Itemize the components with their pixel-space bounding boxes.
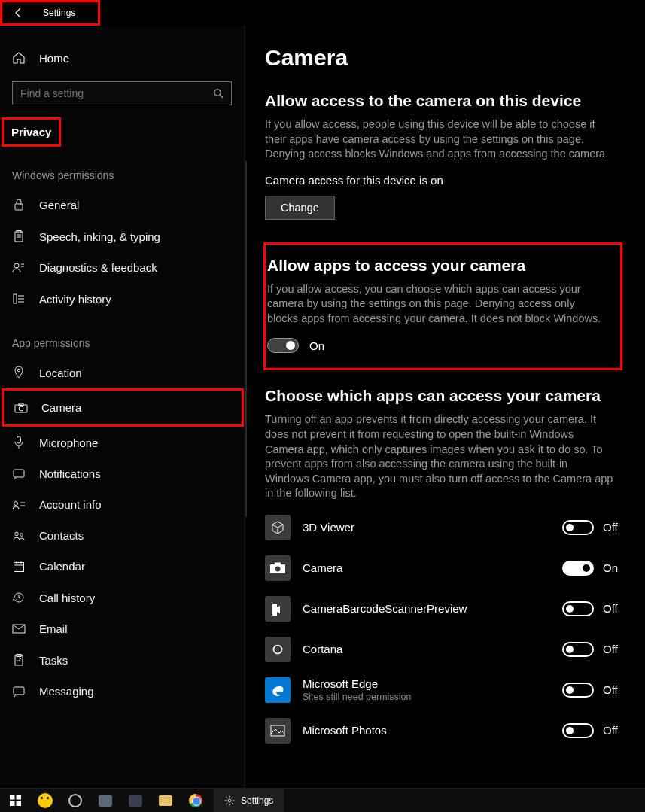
clipboard-icon bbox=[12, 230, 26, 243]
svg-point-7 bbox=[14, 263, 19, 268]
toggle-cortana[interactable] bbox=[562, 642, 594, 657]
calendar-icon bbox=[12, 561, 26, 573]
app-icon-edge bbox=[265, 677, 291, 703]
taskbar-app-chrome[interactable] bbox=[181, 789, 211, 813]
svg-point-23 bbox=[20, 533, 23, 536]
history-icon bbox=[12, 292, 26, 306]
nav-calendar[interactable]: Calendar bbox=[0, 551, 244, 582]
nav-notifications[interactable]: Notifications bbox=[0, 458, 244, 489]
section-allow-apps-title: Allow apps to access your camera bbox=[266, 257, 608, 275]
nav-location[interactable]: Location bbox=[0, 357, 244, 388]
account-icon bbox=[12, 500, 26, 510]
taskbar-app-2[interactable] bbox=[60, 789, 90, 813]
svg-rect-44 bbox=[16, 801, 21, 807]
svg-rect-43 bbox=[10, 801, 15, 807]
nav-account-info[interactable]: Account info bbox=[0, 489, 244, 520]
location-icon bbox=[12, 366, 26, 379]
feedback-icon bbox=[12, 262, 26, 274]
app-icon-3d-viewer bbox=[265, 515, 291, 540]
svg-point-14 bbox=[19, 406, 23, 411]
app-row-camera: Camera On bbox=[265, 555, 622, 581]
toggle-3d-viewer[interactable] bbox=[562, 520, 594, 535]
svg-line-29 bbox=[19, 598, 20, 598]
svg-rect-40 bbox=[271, 725, 284, 736]
sidebar-home[interactable]: Home bbox=[0, 44, 244, 72]
nav-email[interactable]: Email bbox=[0, 613, 244, 644]
app-row-cortana: Cortana Off bbox=[265, 637, 622, 662]
app-row-barcode: CameraBarcodeScannerPreview Off bbox=[265, 596, 622, 622]
svg-rect-38 bbox=[275, 562, 281, 564]
svg-point-19 bbox=[14, 501, 18, 505]
app-icon-camera bbox=[265, 555, 291, 581]
header-title: Settings bbox=[43, 8, 75, 18]
app-icon-barcode bbox=[265, 596, 291, 622]
svg-line-51 bbox=[232, 803, 233, 804]
search-field[interactable] bbox=[20, 87, 213, 99]
camera-device-status: Camera access for this device is on bbox=[265, 174, 622, 187]
taskbar-settings[interactable]: Settings bbox=[214, 789, 284, 813]
svg-rect-33 bbox=[14, 687, 24, 695]
svg-point-37 bbox=[275, 566, 281, 571]
toggle-camera[interactable] bbox=[562, 561, 594, 576]
section-allow-device-desc: If you allow access, people using this d… bbox=[265, 117, 615, 162]
section-allow-apps-highlight: Allow apps to access your camera If you … bbox=[263, 242, 622, 371]
svg-rect-42 bbox=[16, 795, 21, 800]
tasks-icon bbox=[12, 653, 26, 667]
search-input[interactable] bbox=[12, 81, 232, 105]
email-icon bbox=[12, 624, 26, 634]
lock-icon bbox=[12, 198, 26, 211]
svg-line-53 bbox=[232, 797, 233, 798]
svg-rect-24 bbox=[14, 562, 24, 571]
taskbar-app-3[interactable] bbox=[90, 789, 120, 813]
toggle-photos[interactable] bbox=[562, 723, 594, 738]
allow-apps-toggle-label: On bbox=[309, 339, 324, 352]
nav-activity-history[interactable]: Activity history bbox=[0, 283, 244, 315]
nav-speech-inking-typing[interactable]: Speech, inking, & typing bbox=[0, 220, 244, 252]
taskbar-app-5[interactable] bbox=[151, 789, 181, 813]
app-row-edge: Microsoft Edge Sites still need permissi… bbox=[265, 677, 622, 703]
window-header: Settings bbox=[0, 0, 645, 26]
app-permission-list: 3D Viewer Off Camera On CameraBarcodeSca… bbox=[265, 515, 622, 744]
back-icon[interactable] bbox=[13, 8, 23, 18]
svg-line-50 bbox=[226, 797, 227, 798]
nav-messaging[interactable]: Messaging bbox=[0, 676, 244, 707]
svg-rect-18 bbox=[14, 470, 24, 477]
allow-apps-toggle[interactable] bbox=[267, 338, 299, 353]
notifications-icon bbox=[12, 468, 26, 480]
contacts-icon bbox=[12, 531, 26, 541]
group-title-windows-permissions: Windows permissions bbox=[0, 147, 244, 189]
nav-camera[interactable]: Camera bbox=[4, 391, 242, 424]
svg-rect-41 bbox=[10, 795, 15, 800]
nav-general[interactable]: General bbox=[0, 189, 244, 220]
microphone-icon bbox=[12, 436, 26, 449]
svg-rect-8 bbox=[14, 294, 17, 303]
section-allow-apps-desc: If you allow access, you can choose whic… bbox=[266, 282, 608, 327]
toggle-barcode[interactable] bbox=[562, 601, 594, 616]
nav-diagnostics-feedback[interactable]: Diagnostics & feedback bbox=[0, 252, 244, 283]
nav-tasks[interactable]: Tasks bbox=[0, 644, 244, 676]
privacy-category-highlight[interactable]: Privacy bbox=[2, 117, 61, 147]
nav-camera-highlight: Camera bbox=[2, 388, 244, 427]
svg-line-52 bbox=[226, 803, 227, 804]
header-back-highlight: Settings bbox=[0, 0, 100, 26]
nav-microphone[interactable]: Microphone bbox=[0, 427, 244, 458]
section-choose-apps-desc: Turning off an app prevents it from dire… bbox=[265, 412, 615, 500]
main-content: Camera Allow access to the camera on thi… bbox=[244, 26, 645, 788]
svg-point-12 bbox=[17, 369, 20, 372]
camera-icon bbox=[14, 403, 28, 413]
svg-rect-2 bbox=[15, 204, 23, 210]
sidebar-home-label: Home bbox=[39, 52, 69, 65]
svg-point-39 bbox=[274, 645, 282, 653]
change-button[interactable]: Change bbox=[265, 196, 335, 220]
gear-icon bbox=[224, 795, 235, 806]
toggle-edge[interactable] bbox=[562, 683, 594, 698]
app-icon-photos bbox=[265, 718, 291, 744]
scroll-indicator[interactable] bbox=[245, 161, 247, 517]
start-button[interactable] bbox=[0, 789, 30, 813]
app-row-photos: Microsoft Photos Off bbox=[265, 718, 622, 744]
taskbar-app-4[interactable] bbox=[120, 789, 151, 813]
call-history-icon bbox=[12, 591, 26, 604]
nav-contacts[interactable]: Contacts bbox=[0, 520, 244, 551]
nav-call-history[interactable]: Call history bbox=[0, 582, 244, 613]
taskbar-app-1[interactable] bbox=[30, 789, 60, 813]
